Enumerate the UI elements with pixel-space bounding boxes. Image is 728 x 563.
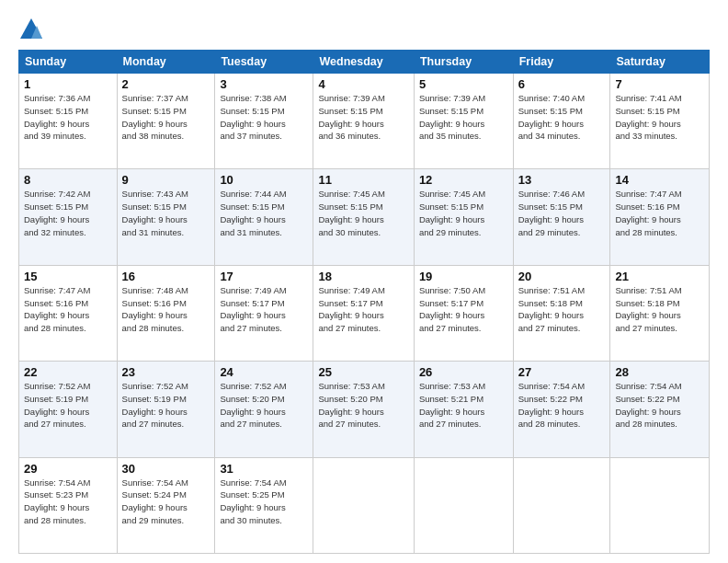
day-number: 21 (615, 270, 704, 283)
day-content: Sunrise: 7:48 AM Sunset: 5:16 PM Dayligh… (122, 284, 210, 335)
calendar-cell: 8Sunrise: 7:42 AM Sunset: 5:15 PM Daylig… (19, 169, 118, 265)
weekday-tuesday: Tuesday (215, 51, 313, 74)
day-number: 7 (615, 77, 704, 91)
calendar-cell (513, 457, 610, 553)
calendar-cell: 9Sunrise: 7:43 AM Sunset: 5:15 PM Daylig… (117, 169, 215, 265)
day-content: Sunrise: 7:54 AM Sunset: 5:22 PM Dayligh… (615, 380, 704, 431)
day-number: 31 (220, 462, 308, 476)
day-number: 15 (24, 270, 112, 283)
day-number: 16 (122, 270, 210, 283)
day-number: 20 (518, 270, 606, 283)
day-content: Sunrise: 7:36 AM Sunset: 5:15 PM Dayligh… (24, 92, 112, 143)
day-content: Sunrise: 7:51 AM Sunset: 5:18 PM Dayligh… (518, 284, 606, 335)
page: SundayMondayTuesdayWednesdayThursdayFrid… (0, 0, 728, 563)
day-content: Sunrise: 7:49 AM Sunset: 5:17 PM Dayligh… (220, 284, 308, 335)
calendar-cell: 19Sunrise: 7:50 AM Sunset: 5:17 PM Dayli… (414, 265, 513, 361)
day-number: 28 (615, 365, 704, 379)
day-number: 2 (122, 77, 210, 91)
day-number: 14 (615, 173, 704, 187)
week-row-2: 8Sunrise: 7:42 AM Sunset: 5:15 PM Daylig… (19, 169, 710, 265)
day-number: 17 (220, 270, 308, 283)
weekday-header-row: SundayMondayTuesdayWednesdayThursdayFrid… (19, 51, 710, 74)
calendar-cell (313, 457, 414, 553)
day-content: Sunrise: 7:40 AM Sunset: 5:15 PM Dayligh… (518, 92, 606, 143)
calendar-cell: 15Sunrise: 7:47 AM Sunset: 5:16 PM Dayli… (19, 265, 118, 361)
calendar-cell (610, 457, 710, 553)
week-row-1: 1Sunrise: 7:36 AM Sunset: 5:15 PM Daylig… (19, 74, 710, 169)
day-content: Sunrise: 7:50 AM Sunset: 5:17 PM Dayligh… (419, 284, 508, 335)
calendar-cell: 28Sunrise: 7:54 AM Sunset: 5:22 PM Dayli… (610, 362, 710, 457)
day-content: Sunrise: 7:46 AM Sunset: 5:15 PM Dayligh… (518, 188, 606, 238)
day-content: Sunrise: 7:54 AM Sunset: 5:24 PM Dayligh… (122, 477, 210, 527)
calendar-cell: 5Sunrise: 7:39 AM Sunset: 5:15 PM Daylig… (414, 74, 513, 169)
calendar-cell: 6Sunrise: 7:40 AM Sunset: 5:15 PM Daylig… (513, 74, 610, 169)
day-content: Sunrise: 7:54 AM Sunset: 5:23 PM Dayligh… (24, 477, 112, 527)
week-row-3: 15Sunrise: 7:47 AM Sunset: 5:16 PM Dayli… (19, 265, 710, 361)
weekday-sunday: Sunday (19, 51, 118, 74)
weekday-friday: Friday (513, 51, 610, 74)
week-row-4: 22Sunrise: 7:52 AM Sunset: 5:19 PM Dayli… (19, 362, 710, 457)
calendar-cell: 7Sunrise: 7:41 AM Sunset: 5:15 PM Daylig… (610, 74, 710, 169)
calendar-cell: 23Sunrise: 7:52 AM Sunset: 5:19 PM Dayli… (117, 362, 215, 457)
calendar-cell: 4Sunrise: 7:39 AM Sunset: 5:15 PM Daylig… (313, 74, 414, 169)
day-content: Sunrise: 7:49 AM Sunset: 5:17 PM Dayligh… (318, 284, 408, 335)
calendar-cell: 29Sunrise: 7:54 AM Sunset: 5:23 PM Dayli… (19, 457, 118, 553)
day-content: Sunrise: 7:54 AM Sunset: 5:25 PM Dayligh… (220, 477, 308, 527)
day-number: 18 (318, 270, 408, 283)
day-content: Sunrise: 7:38 AM Sunset: 5:15 PM Dayligh… (220, 92, 308, 143)
day-content: Sunrise: 7:43 AM Sunset: 5:15 PM Dayligh… (122, 188, 210, 238)
calendar-cell: 26Sunrise: 7:53 AM Sunset: 5:21 PM Dayli… (414, 362, 513, 457)
calendar-cell: 1Sunrise: 7:36 AM Sunset: 5:15 PM Daylig… (19, 74, 118, 169)
calendar-cell: 12Sunrise: 7:45 AM Sunset: 5:15 PM Dayli… (414, 169, 513, 265)
day-content: Sunrise: 7:41 AM Sunset: 5:15 PM Dayligh… (615, 92, 704, 143)
day-content: Sunrise: 7:53 AM Sunset: 5:20 PM Dayligh… (318, 380, 408, 431)
calendar-cell: 31Sunrise: 7:54 AM Sunset: 5:25 PM Dayli… (215, 457, 313, 553)
calendar-cell: 10Sunrise: 7:44 AM Sunset: 5:15 PM Dayli… (215, 169, 313, 265)
calendar-cell: 22Sunrise: 7:52 AM Sunset: 5:19 PM Dayli… (19, 362, 118, 457)
logo-icon (18, 17, 44, 42)
weekday-thursday: Thursday (414, 51, 513, 74)
day-content: Sunrise: 7:52 AM Sunset: 5:19 PM Dayligh… (122, 380, 210, 431)
day-content: Sunrise: 7:45 AM Sunset: 5:15 PM Dayligh… (419, 188, 508, 238)
calendar-cell: 13Sunrise: 7:46 AM Sunset: 5:15 PM Dayli… (513, 169, 610, 265)
header (18, 17, 710, 42)
day-content: Sunrise: 7:52 AM Sunset: 5:20 PM Dayligh… (220, 380, 308, 431)
weekday-wednesday: Wednesday (313, 51, 414, 74)
day-number: 13 (518, 173, 606, 187)
day-number: 6 (518, 77, 606, 91)
day-number: 30 (122, 462, 210, 476)
day-number: 11 (318, 173, 408, 187)
calendar-cell: 21Sunrise: 7:51 AM Sunset: 5:18 PM Dayli… (610, 265, 710, 361)
calendar-cell: 17Sunrise: 7:49 AM Sunset: 5:17 PM Dayli… (215, 265, 313, 361)
day-number: 3 (220, 77, 308, 91)
day-content: Sunrise: 7:39 AM Sunset: 5:15 PM Dayligh… (318, 92, 408, 143)
day-content: Sunrise: 7:53 AM Sunset: 5:21 PM Dayligh… (419, 380, 508, 431)
day-number: 27 (518, 365, 606, 379)
day-content: Sunrise: 7:44 AM Sunset: 5:15 PM Dayligh… (220, 188, 308, 238)
calendar-cell: 18Sunrise: 7:49 AM Sunset: 5:17 PM Dayli… (313, 265, 414, 361)
day-number: 9 (122, 173, 210, 187)
day-number: 5 (419, 77, 508, 91)
calendar-cell: 14Sunrise: 7:47 AM Sunset: 5:16 PM Dayli… (610, 169, 710, 265)
calendar-cell: 2Sunrise: 7:37 AM Sunset: 5:15 PM Daylig… (117, 74, 215, 169)
calendar-cell: 20Sunrise: 7:51 AM Sunset: 5:18 PM Dayli… (513, 265, 610, 361)
weekday-saturday: Saturday (610, 51, 710, 74)
day-content: Sunrise: 7:39 AM Sunset: 5:15 PM Dayligh… (419, 92, 508, 143)
day-number: 29 (24, 462, 112, 476)
calendar-cell: 27Sunrise: 7:54 AM Sunset: 5:22 PM Dayli… (513, 362, 610, 457)
calendar-header: SundayMondayTuesdayWednesdayThursdayFrid… (19, 51, 710, 74)
logo (18, 17, 48, 42)
day-number: 4 (318, 77, 408, 91)
day-number: 22 (24, 365, 112, 379)
calendar-cell: 24Sunrise: 7:52 AM Sunset: 5:20 PM Dayli… (215, 362, 313, 457)
day-content: Sunrise: 7:47 AM Sunset: 5:16 PM Dayligh… (24, 284, 112, 335)
day-content: Sunrise: 7:42 AM Sunset: 5:15 PM Dayligh… (24, 188, 112, 238)
calendar-table: SundayMondayTuesdayWednesdayThursdayFrid… (18, 50, 710, 554)
day-content: Sunrise: 7:51 AM Sunset: 5:18 PM Dayligh… (615, 284, 704, 335)
day-content: Sunrise: 7:54 AM Sunset: 5:22 PM Dayligh… (518, 380, 606, 431)
day-number: 26 (419, 365, 508, 379)
calendar-cell: 11Sunrise: 7:45 AM Sunset: 5:15 PM Dayli… (313, 169, 414, 265)
day-number: 8 (24, 173, 112, 187)
calendar-cell (414, 457, 513, 553)
day-number: 25 (318, 365, 408, 379)
